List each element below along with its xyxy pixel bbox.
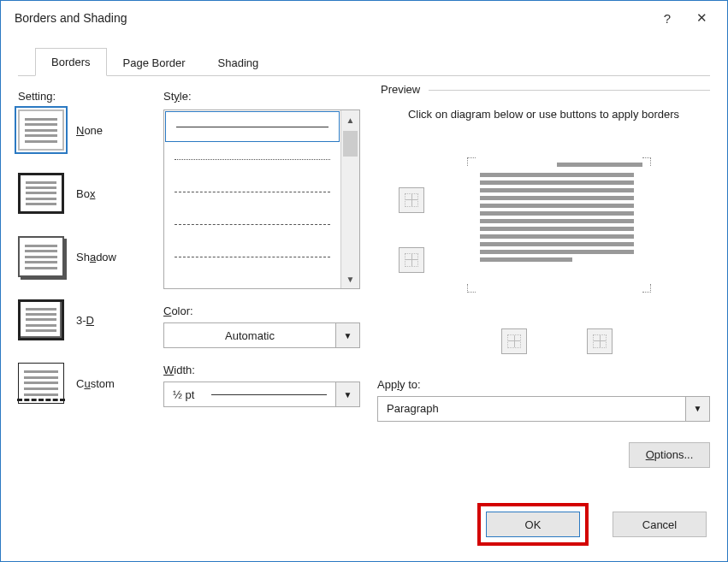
setting-none-label: None — [76, 124, 103, 137]
corner-mark-icon — [642, 157, 651, 166]
dialog-title: Borders and Shading — [15, 11, 127, 25]
setting-3d[interactable]: 3-D — [18, 299, 146, 340]
setting-column: Setting: None Box Shadow — [18, 90, 146, 497]
close-button[interactable]: ✕ — [684, 5, 719, 31]
color-combobox[interactable]: Automatic ▼ — [163, 322, 360, 348]
color-block: Color: Automatic ▼ — [163, 305, 360, 348]
scroll-down-icon[interactable]: ▼ — [341, 269, 359, 288]
chevron-down-icon: ▼ — [335, 382, 359, 406]
preview-diagram[interactable] — [377, 140, 710, 337]
ok-highlight-box: OK — [477, 503, 589, 546]
setting-shadow-icon — [18, 236, 64, 277]
width-block: Width: ½ pt ▼ — [163, 364, 360, 407]
tab-borders[interactable]: Borders — [35, 48, 107, 76]
setting-box-icon — [18, 173, 64, 214]
color-label: Color: — [163, 305, 360, 317]
border-top-button[interactable] — [399, 187, 424, 213]
width-value: ½ pt — [173, 388, 194, 401]
style-column: Style: ▲ ▼ Color: — [163, 90, 360, 497]
style-listbox[interactable]: ▲ ▼ — [163, 109, 360, 289]
setting-none-icon — [18, 109, 64, 151]
width-combobox[interactable]: ½ pt ▼ — [163, 382, 360, 407]
content-area: Setting: None Box Shadow — [1, 76, 727, 497]
apply-to-label: Apply to: — [377, 378, 710, 391]
style-dash-dot[interactable] — [164, 240, 340, 273]
dialog-footer: OK Cancel — [477, 503, 707, 546]
titlebar: Borders and Shading ? ✕ — [1, 1, 727, 35]
apply-to-combobox[interactable]: Paragraph ▼ — [377, 396, 710, 422]
setting-custom[interactable]: Custom — [18, 363, 146, 404]
ok-button[interactable]: OK — [486, 512, 580, 537]
preview-column: Preview Click on diagram below or use bu… — [377, 90, 710, 497]
preview-legend: Preview — [377, 83, 423, 96]
style-dashed-long[interactable] — [164, 175, 340, 208]
setting-shadow-label: Shadow — [76, 251, 116, 263]
tab-strip: Borders Page Border Shading — [18, 44, 710, 76]
style-dotted[interactable] — [164, 143, 340, 175]
setting-custom-label: Custom — [76, 377, 115, 390]
ok-label: OK — [525, 518, 542, 531]
options-button[interactable]: Options... — [629, 442, 710, 468]
setting-shadow[interactable]: Shadow — [18, 236, 146, 277]
style-items — [164, 110, 340, 288]
width-sample-line — [211, 394, 327, 395]
setting-box[interactable]: Box — [18, 173, 146, 214]
cancel-button[interactable]: Cancel — [613, 512, 707, 537]
border-right-button[interactable] — [587, 328, 613, 354]
corner-mark-icon — [467, 284, 476, 293]
chevron-down-icon: ▼ — [335, 323, 359, 347]
setting-3d-label: 3-D — [76, 314, 94, 327]
options-label: Options... — [646, 448, 694, 461]
help-button[interactable]: ? — [650, 5, 684, 31]
border-left-button[interactable] — [501, 328, 527, 354]
style-label: Style: — [163, 90, 360, 103]
setting-custom-icon — [18, 363, 64, 404]
width-label: Width: — [163, 364, 360, 376]
corner-mark-icon — [467, 157, 476, 166]
scroll-thumb[interactable] — [343, 131, 358, 157]
color-value: Automatic — [225, 329, 275, 342]
setting-box-label: Box — [76, 187, 95, 200]
setting-label: Setting: — [18, 90, 146, 103]
style-solid[interactable] — [165, 111, 340, 142]
cancel-label: Cancel — [642, 518, 677, 531]
tab-shading[interactable]: Shading — [202, 49, 275, 76]
borders-shading-dialog: Borders and Shading ? ✕ Borders Page Bor… — [0, 0, 728, 562]
corner-mark-icon — [642, 284, 651, 293]
paragraph-sample — [480, 173, 634, 262]
setting-3d-icon — [18, 299, 64, 340]
style-dashed-short[interactable] — [164, 208, 340, 240]
border-bottom-button[interactable] — [399, 247, 424, 273]
setting-none[interactable]: None — [18, 109, 146, 151]
chevron-down-icon: ▼ — [685, 397, 709, 421]
tab-page-border[interactable]: Page Border — [107, 49, 202, 76]
apply-to-block: Apply to: Paragraph ▼ — [377, 378, 710, 422]
style-scrollbar[interactable]: ▲ ▼ — [340, 110, 359, 288]
preview-help-text: Click on diagram below or use buttons to… — [377, 106, 710, 123]
apply-to-value: Paragraph — [387, 402, 439, 415]
scroll-up-icon[interactable]: ▲ — [341, 110, 359, 129]
